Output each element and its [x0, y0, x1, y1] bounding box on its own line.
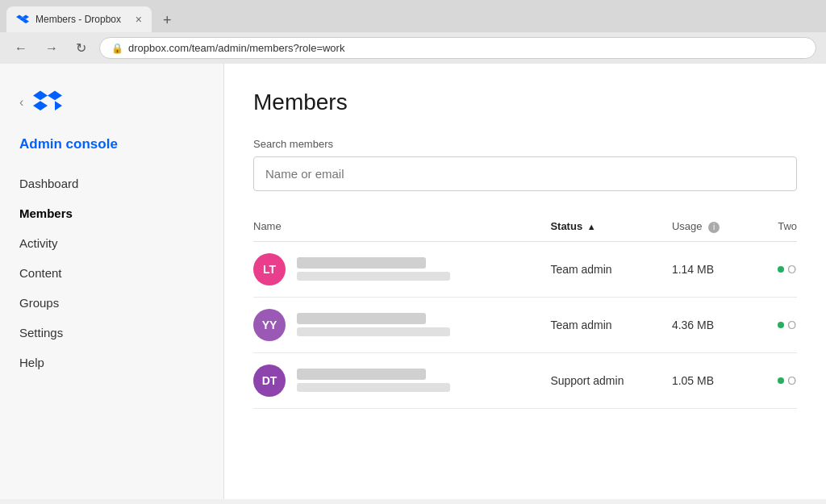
page-title: Members	[253, 90, 797, 115]
tab-close-button[interactable]: ×	[136, 13, 142, 26]
table-row: DT Support admin 1.05 MB	[253, 352, 797, 408]
member-status: Support admin	[550, 374, 624, 387]
search-input[interactable]	[253, 156, 797, 191]
table-row: LT Team admin 1.14 MB	[253, 241, 797, 297]
member-info	[297, 369, 450, 392]
avatar: LT	[253, 253, 286, 285]
member-usage: 4.36 MB	[672, 319, 714, 331]
admin-console-title: Admin console	[0, 136, 223, 169]
browser-window: Members - Dropbox × + ← → ↻ 🔒 dropbox.co…	[0, 0, 826, 64]
col-status-header[interactable]: Status	[550, 220, 582, 232]
url-text: dropbox.com/team/admin/members?role=work	[128, 42, 344, 54]
avatar: DT	[253, 364, 286, 397]
col-two-header: Two	[778, 220, 797, 232]
active-dot-icon	[778, 322, 784, 328]
sidebar-item-content[interactable]: Content	[0, 258, 223, 288]
new-tab-button[interactable]: +	[155, 9, 180, 32]
member-info	[297, 257, 450, 281]
sidebar-collapse-icon[interactable]: ‹	[19, 95, 23, 110]
sidebar-item-help[interactable]: Help	[0, 348, 223, 377]
two-step-value: O	[787, 319, 796, 331]
sidebar-item-dashboard[interactable]: Dashboard	[0, 169, 223, 198]
lock-icon: 🔒	[111, 43, 123, 54]
app-container: ‹ Admin console Dashboard Members Activi…	[0, 64, 826, 499]
tab-title: Members - Dropbox	[35, 14, 129, 25]
two-step-cell: O	[778, 263, 797, 276]
refresh-button[interactable]: ↻	[71, 39, 91, 57]
table-row: YY Team admin 4.36 MB	[253, 297, 797, 352]
active-dot-icon	[778, 377, 784, 384]
member-status: Team admin	[550, 263, 611, 276]
back-button[interactable]: ←	[10, 40, 32, 57]
sort-arrow-icon: ▲	[587, 222, 596, 231]
member-email-redacted	[297, 272, 450, 281]
member-cell: DT	[253, 364, 550, 397]
member-cell: YY	[253, 309, 550, 341]
sidebar-item-activity[interactable]: Activity	[0, 228, 223, 258]
members-table: Name Status ▲ Usage i Two	[253, 214, 797, 409]
sidebar-navigation: Dashboard Members Activity Content Group…	[0, 169, 223, 377]
member-name-redacted	[297, 369, 426, 380]
url-bar[interactable]: 🔒 dropbox.com/team/admin/members?role=wo…	[99, 37, 816, 59]
two-step-cell: O	[778, 374, 797, 387]
active-tab[interactable]: Members - Dropbox ×	[6, 6, 152, 32]
member-cell: LT	[253, 253, 550, 285]
two-step-value: O	[787, 374, 796, 387]
sidebar: ‹ Admin console Dashboard Members Activi…	[0, 64, 224, 499]
tab-favicon	[16, 13, 29, 26]
sidebar-item-groups[interactable]: Groups	[0, 288, 223, 318]
col-name-header: Name	[253, 220, 282, 232]
two-step-value: O	[787, 263, 796, 276]
dropbox-logo-icon	[33, 88, 62, 117]
main-content: Members Search members Name Status ▲ Usa…	[224, 64, 826, 499]
member-email-redacted	[297, 383, 450, 392]
usage-info-icon[interactable]: i	[708, 222, 720, 233]
member-email-redacted	[297, 327, 450, 336]
two-step-cell: O	[778, 319, 797, 331]
forward-button[interactable]: →	[40, 40, 63, 57]
member-usage: 1.05 MB	[672, 374, 714, 387]
member-name-redacted	[297, 257, 426, 269]
member-info	[297, 313, 450, 336]
avatar: YY	[253, 309, 286, 341]
member-name-redacted	[297, 313, 426, 324]
member-usage: 1.14 MB	[672, 263, 714, 276]
col-usage-header: Usage	[672, 220, 703, 232]
search-label: Search members	[253, 138, 797, 150]
sidebar-logo-area: ‹	[0, 80, 223, 136]
address-bar-row: ← → ↻ 🔒 dropbox.com/team/admin/members?r…	[0, 32, 826, 64]
browser-tab-bar: Members - Dropbox × +	[0, 0, 826, 32]
sidebar-item-members[interactable]: Members	[0, 198, 223, 228]
active-dot-icon	[778, 266, 784, 273]
sidebar-item-settings[interactable]: Settings	[0, 318, 223, 348]
member-status: Team admin	[550, 319, 611, 331]
